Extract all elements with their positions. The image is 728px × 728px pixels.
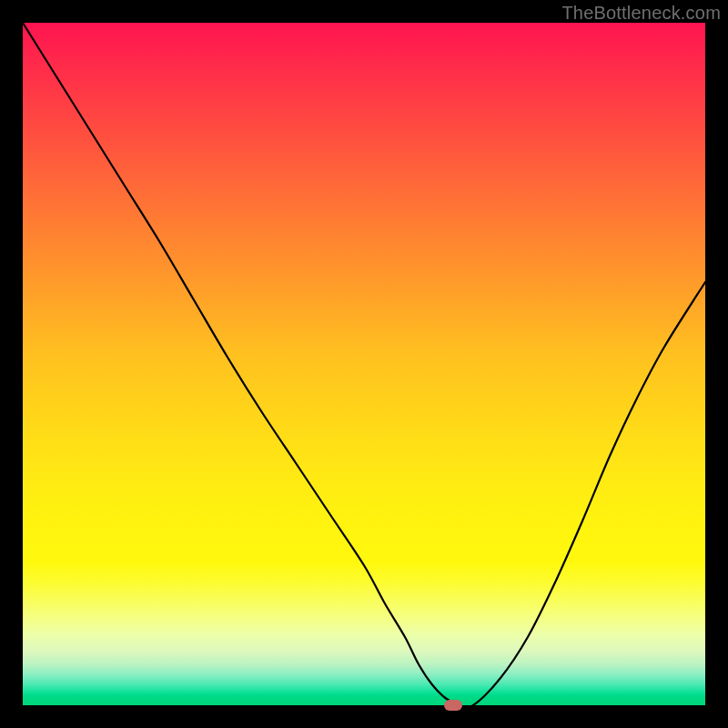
curve-svg <box>23 23 705 705</box>
optimal-marker <box>444 700 462 711</box>
chart-frame: TheBottleneck.com <box>0 0 728 728</box>
plot-area <box>23 23 705 705</box>
watermark-text: TheBottleneck.com <box>561 3 721 24</box>
bottleneck-curve <box>23 23 705 705</box>
